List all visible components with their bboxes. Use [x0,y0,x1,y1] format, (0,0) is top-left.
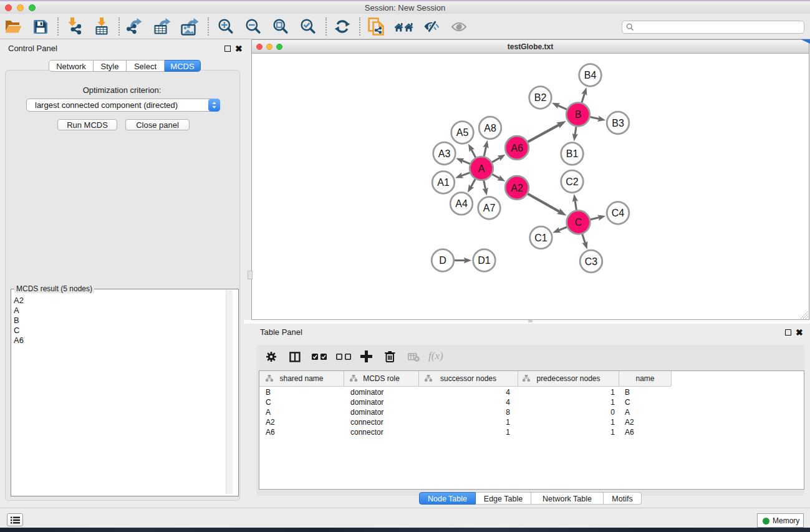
svg-text:A1: A1 [437,177,450,188]
svg-text:A2: A2 [511,183,523,193]
svg-text:B4: B4 [584,70,597,80]
svg-text:A7: A7 [483,203,496,213]
svg-text:B3: B3 [612,118,624,128]
svg-text:C3: C3 [585,256,598,267]
svg-text:C2: C2 [566,177,579,187]
svg-text:D1: D1 [478,255,491,266]
svg-text:C: C [575,217,582,228]
svg-text:A4: A4 [455,198,468,209]
svg-text:B1: B1 [566,148,579,159]
svg-text:C1: C1 [534,233,547,243]
svg-text:B: B [575,109,582,120]
svg-text:A6: A6 [511,143,523,153]
svg-text:D: D [439,255,446,266]
svg-text:C4: C4 [612,208,625,218]
svg-text:A3: A3 [438,148,451,159]
svg-text:A8: A8 [484,123,496,133]
svg-text:B2: B2 [534,92,547,103]
svg-text:A: A [478,163,485,174]
svg-text:A5: A5 [456,127,469,138]
